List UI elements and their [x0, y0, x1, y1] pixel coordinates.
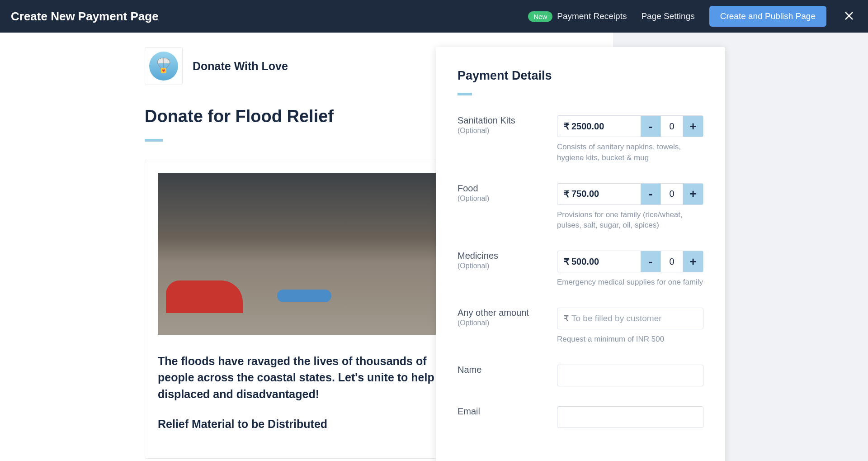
settings-label: Page Settings — [641, 11, 694, 21]
item-optional: (Optional) — [458, 262, 557, 270]
email-input[interactable] — [557, 406, 703, 428]
brand-logo-box[interactable] — [145, 47, 183, 85]
main-content: Donate With Love Donate for Flood Relief… — [0, 33, 868, 461]
qty-input[interactable] — [660, 251, 683, 272]
currency-symbol: ₹ — [564, 314, 569, 323]
payment-field-name: Name — [458, 365, 703, 386]
currency-symbol: ₹ — [564, 189, 570, 200]
other-amount-hint: Request a minimum of INR 500 — [557, 334, 703, 345]
qty-plus-button[interactable]: + — [683, 116, 703, 137]
price-value: 2500.00 — [571, 121, 604, 132]
field-label: Name — [458, 365, 557, 375]
item-price: ₹ 2500.00 — [557, 116, 641, 137]
qty-input[interactable] — [660, 116, 683, 137]
page-heading[interactable]: Donate for Flood Relief — [145, 107, 468, 126]
currency-symbol: ₹ — [564, 121, 570, 132]
item-description: Provisions for one family (rice/wheat, p… — [557, 209, 703, 231]
item-price: ₹ 500.00 — [557, 251, 641, 272]
currency-symbol: ₹ — [564, 256, 570, 267]
price-value: 750.00 — [571, 189, 599, 199]
qty-minus-button[interactable]: - — [641, 251, 660, 272]
brand-name[interactable]: Donate With Love — [193, 60, 288, 73]
page-settings-link[interactable]: Page Settings — [641, 11, 694, 21]
app-header: Create New Payment Page New Payment Rece… — [0, 0, 868, 33]
item-optional: (Optional) — [458, 319, 557, 327]
content-subheading: Relief Material to be Distributed — [158, 416, 455, 432]
payment-item-other-amount: Any other amount (Optional) ₹ Request a … — [458, 308, 703, 345]
close-icon — [844, 11, 854, 20]
receipts-label: Payment Receipts — [557, 11, 627, 21]
item-optional: (Optional) — [458, 195, 557, 203]
payment-details-card: Payment Details Sanitation Kits (Optiona… — [436, 47, 725, 461]
header-actions: New Payment Receipts Page Settings Creat… — [528, 6, 857, 27]
payment-field-email: Email — [458, 406, 703, 428]
payment-item-medicines: Medicines (Optional) ₹ 500.00 - + Emerge… — [458, 251, 703, 288]
payment-receipts-link[interactable]: New Payment Receipts — [528, 11, 627, 22]
parachute-heart-icon — [149, 52, 178, 81]
qty-minus-button[interactable]: - — [641, 184, 660, 204]
close-button[interactable] — [841, 9, 857, 24]
payment-title: Payment Details — [458, 69, 703, 83]
new-badge: New — [528, 11, 552, 22]
header-title: Create New Payment Page — [11, 10, 159, 24]
price-value: 500.00 — [571, 257, 599, 267]
publish-button[interactable]: Create and Publish Page — [709, 6, 826, 27]
qty-input[interactable] — [660, 184, 683, 204]
payment-item-food: Food (Optional) ₹ 750.00 - + Provisions … — [458, 183, 703, 231]
other-amount-input[interactable] — [571, 314, 697, 323]
item-name: Food — [458, 183, 557, 194]
qty-plus-button[interactable]: + — [683, 184, 703, 204]
field-label: Email — [458, 406, 557, 417]
item-description: Consists of sanitary napkins, towels, hy… — [557, 142, 703, 163]
item-price: ₹ 750.00 — [557, 184, 641, 204]
name-input[interactable] — [557, 365, 703, 386]
heading-accent — [145, 139, 163, 142]
payment-item-sanitation: Sanitation Kits (Optional) ₹ 2500.00 - +… — [458, 115, 703, 163]
qty-minus-button[interactable]: - — [641, 116, 660, 137]
item-name: Medicines — [458, 251, 557, 261]
item-name: Sanitation Kits — [458, 115, 557, 126]
item-description: Emergency medical supplies for one famil… — [557, 277, 703, 288]
content-box[interactable]: The floods have ravaged the lives of tho… — [145, 160, 468, 459]
content-body-text: The floods have ravaged the lives of tho… — [158, 353, 455, 402]
item-optional: (Optional) — [458, 127, 557, 135]
brand-header: Donate With Love — [145, 47, 468, 85]
payment-accent — [458, 93, 472, 95]
flood-image — [158, 173, 455, 335]
qty-plus-button[interactable]: + — [683, 251, 703, 272]
item-name: Any other amount — [458, 308, 557, 318]
